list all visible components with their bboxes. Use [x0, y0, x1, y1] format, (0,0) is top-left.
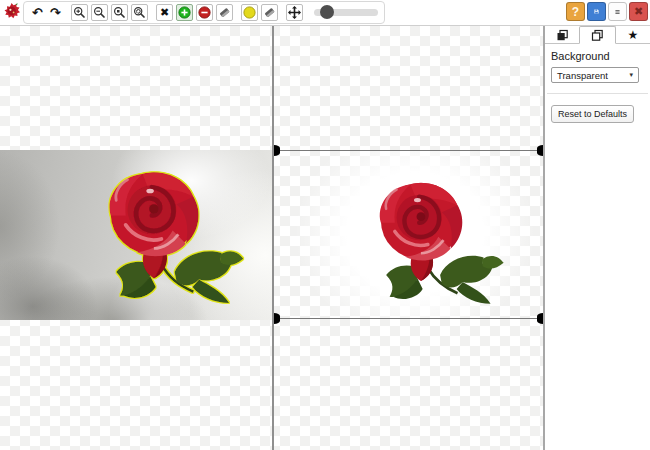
zoom-in-button[interactable] [71, 4, 88, 21]
background-select[interactable]: Transparent ▾ [551, 67, 639, 83]
green-plus-marker-icon [178, 6, 191, 19]
menu-button[interactable] [608, 2, 627, 21]
undo-icon: ↶ [32, 6, 43, 19]
layers-filled-icon [556, 29, 569, 42]
app-flower-logo-icon [2, 2, 21, 21]
hair-eraser-button[interactable] [261, 4, 278, 21]
background-select-value: Transparent [557, 70, 608, 81]
toolbar: ↶ ↷ [23, 1, 385, 24]
hair-marker-button[interactable] [241, 4, 258, 21]
boundary-handle[interactable] [274, 313, 280, 324]
magnifier-plus-icon [73, 6, 86, 19]
eraser-button[interactable] [216, 4, 233, 21]
result-rose-cutout [360, 175, 508, 314]
boundary-handle[interactable] [537, 313, 543, 324]
zoom-actual-size-button[interactable] [111, 4, 128, 21]
background-marker-button[interactable] [196, 4, 213, 21]
foreground-marker-button[interactable] [176, 4, 193, 21]
original-rose-with-selection-outline[interactable] [88, 164, 248, 314]
move-arrows-icon [288, 6, 301, 19]
hamburger-menu-icon [615, 7, 620, 17]
magnifier-actual-size-icon [113, 6, 126, 19]
undo-button[interactable]: ↶ [30, 4, 45, 21]
top-toolbar: ↶ ↷ [0, 0, 650, 26]
split-view-divider[interactable] [272, 26, 274, 450]
floppy-save-icon [594, 6, 599, 17]
save-button[interactable] [587, 2, 606, 21]
brush-size-slider-knob[interactable] [320, 5, 334, 19]
boundary-handle[interactable] [274, 145, 280, 156]
redo-icon: ↷ [50, 6, 61, 19]
tab-favorites[interactable]: ★ [616, 27, 650, 43]
yellow-marker-icon [243, 6, 256, 19]
tab-layers-outline[interactable] [579, 26, 615, 44]
clear-x-icon: ✖ [160, 7, 169, 18]
layers-outline-icon [591, 29, 604, 42]
red-minus-marker-icon [198, 6, 211, 19]
close-button[interactable]: ✖ [629, 2, 648, 21]
question-mark-icon: ? [572, 5, 579, 19]
background-label: Background [551, 50, 644, 62]
clear-markers-button[interactable]: ✖ [156, 4, 173, 21]
help-button[interactable]: ? [566, 2, 585, 21]
image-top-boundary-line[interactable] [275, 150, 543, 151]
panel-tab-bar: ★ [545, 26, 650, 44]
zoom-out-button[interactable] [91, 4, 108, 21]
magnifier-reset-icon [133, 6, 146, 19]
editor-canvas[interactable] [0, 26, 544, 450]
image-bottom-boundary-line[interactable] [275, 318, 543, 319]
eraser-icon [263, 6, 276, 19]
eraser-icon [218, 6, 231, 19]
chevron-down-icon: ▾ [629, 71, 633, 79]
tab-layers-filled[interactable] [545, 27, 579, 43]
brush-size-slider[interactable] [314, 9, 378, 16]
boundary-handle[interactable] [537, 145, 543, 156]
zoom-reset-button[interactable] [131, 4, 148, 21]
star-icon: ★ [627, 29, 638, 41]
close-x-icon: ✖ [634, 5, 643, 18]
reset-to-defaults-button[interactable]: Reset to Defaults [551, 105, 634, 123]
window-controls: ? ✖ [566, 2, 648, 21]
panel-separator [547, 93, 648, 94]
magnifier-minus-icon [93, 6, 106, 19]
redo-button[interactable]: ↷ [48, 4, 63, 21]
pan-tool-button[interactable] [286, 4, 303, 21]
settings-panel: ★ Background Transparent ▾ Reset to Defa… [544, 26, 650, 450]
